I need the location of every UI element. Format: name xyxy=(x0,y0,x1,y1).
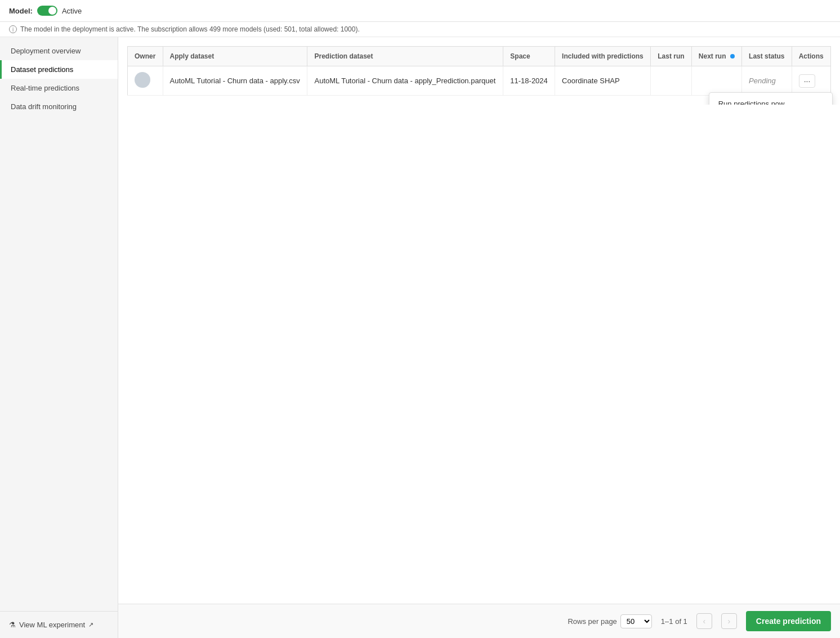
flask-icon: ⚗ xyxy=(9,621,16,629)
col-header-space: Space xyxy=(503,47,555,66)
cell-owner xyxy=(128,66,163,96)
col-header-next-run: Next run xyxy=(691,47,741,66)
cell-last-status: Pending xyxy=(742,66,792,96)
col-header-last-run: Last run xyxy=(651,47,692,66)
table-container: Owner Apply dataset Prediction dataset S… xyxy=(118,37,840,105)
rows-per-page-select[interactable]: 50 25 100 xyxy=(620,614,652,628)
cell-prediction-dataset: AutoML Tutorial - Churn data - apply_Pre… xyxy=(307,66,503,96)
cell-included-with-predictions: Coordinate SHAP xyxy=(555,66,651,96)
cell-last-run xyxy=(651,66,692,96)
model-toggle[interactable] xyxy=(37,6,57,16)
info-text: The model in the deployment is active. T… xyxy=(20,25,360,33)
table-area: Owner Apply dataset Prediction dataset S… xyxy=(118,37,840,604)
info-icon: i xyxy=(9,25,17,33)
pagination-next-button[interactable]: › xyxy=(721,613,737,629)
actions-dropdown-wrapper: ··· Run predictions now Edit prediction … xyxy=(799,74,816,88)
cell-space: 11-18-2024 xyxy=(503,66,555,96)
cell-next-run xyxy=(691,66,741,96)
col-header-owner: Owner xyxy=(128,47,163,66)
table-row: AutoML Tutorial - Churn data - apply.csv… xyxy=(128,66,831,96)
actions-button[interactable]: ··· xyxy=(799,74,816,88)
model-status-text: Active xyxy=(62,7,82,15)
status-badge: Pending xyxy=(749,77,776,85)
col-header-prediction-dataset: Prediction dataset xyxy=(307,47,503,66)
sidebar-item-dataset-predictions[interactable]: Dataset predictions xyxy=(0,60,118,79)
model-label: Model: xyxy=(9,7,33,15)
create-prediction-button[interactable]: Create prediction xyxy=(746,611,831,631)
actions-dropdown-menu: Run predictions now Edit prediction conf… xyxy=(709,92,833,105)
next-run-dot xyxy=(730,54,735,59)
run-predictions-now-item[interactable]: Run predictions now xyxy=(709,95,832,105)
sidebar: Deployment overview Dataset predictions … xyxy=(0,37,118,638)
main-content: Owner Apply dataset Prediction dataset S… xyxy=(118,37,840,638)
sidebar-item-deployment-overview[interactable]: Deployment overview xyxy=(0,42,118,60)
col-header-apply-dataset: Apply dataset xyxy=(163,47,307,66)
avatar xyxy=(135,72,150,88)
sidebar-item-data-drift-monitoring[interactable]: Data drift monitoring xyxy=(0,97,118,116)
info-bar: i The model in the deployment is active.… xyxy=(0,22,840,37)
view-ml-experiment-label: View ML experiment xyxy=(19,621,85,629)
pagination-prev-button[interactable]: ‹ xyxy=(696,613,712,629)
col-header-last-status: Last status xyxy=(742,47,792,66)
predictions-table: Owner Apply dataset Prediction dataset S… xyxy=(127,46,831,96)
view-ml-experiment-link[interactable]: ⚗ View ML experiment ↗ xyxy=(9,621,109,629)
cell-apply-dataset: AutoML Tutorial - Churn data - apply.csv xyxy=(163,66,307,96)
cell-actions: ··· Run predictions now Edit prediction … xyxy=(792,66,830,96)
table-footer: Rows per page 50 25 100 1–1 of 1 ‹ › Cre… xyxy=(118,604,840,638)
col-header-actions: Actions xyxy=(792,47,830,66)
rows-per-page-label: Rows per page xyxy=(568,617,616,626)
model-status-bar: Model: Active xyxy=(0,0,840,22)
external-link-icon: ↗ xyxy=(88,621,93,628)
pagination-info: 1–1 of 1 xyxy=(661,617,687,626)
col-header-included-with-predictions: Included with predictions xyxy=(555,47,651,66)
rows-per-page-control: Rows per page 50 25 100 xyxy=(568,614,651,628)
sidebar-item-realtime-predictions[interactable]: Real-time predictions xyxy=(0,79,118,97)
